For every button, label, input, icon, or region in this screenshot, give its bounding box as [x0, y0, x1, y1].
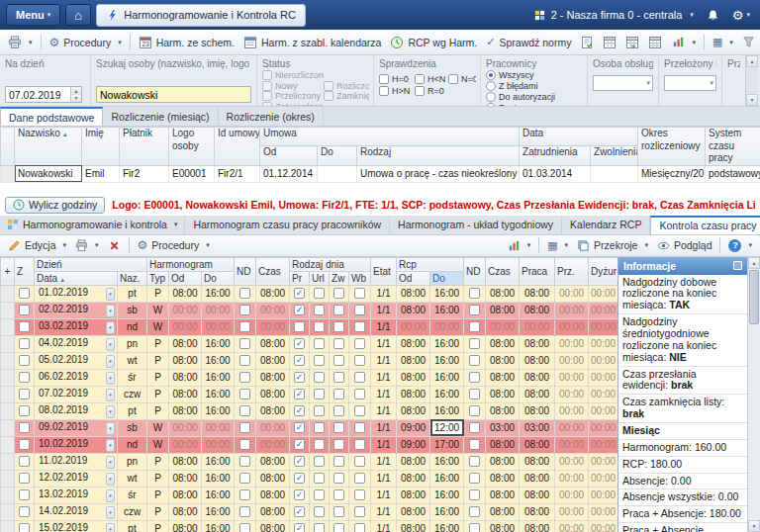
- checkbox[interactable]: [314, 305, 325, 315]
- checkbox[interactable]: [239, 355, 250, 366]
- view-selector-dropdown[interactable]: Harmonogramowanie i kontrola ▾: [0, 216, 185, 234]
- schedule-from-cell[interactable]: 08:00: [169, 503, 202, 520]
- checkbox[interactable]: [19, 506, 30, 517]
- daytype-wb-cell[interactable]: [349, 503, 371, 520]
- col-group-rodzaj-dnia[interactable]: Rodzaj dnia: [290, 257, 371, 271]
- checkbox[interactable]: [333, 288, 344, 299]
- checkbox[interactable]: [19, 422, 30, 433]
- daytype-url-cell[interactable]: [310, 436, 330, 453]
- procedury-button[interactable]: ⚙Procedury▾: [134, 235, 214, 255]
- row-select-cell[interactable]: [15, 470, 35, 487]
- checkbox[interactable]: [314, 321, 325, 332]
- rcp-time-cell[interactable]: 08:00: [486, 520, 520, 532]
- col-header-nazwisko[interactable]: Nazwisko▲: [15, 128, 82, 166]
- checkbox[interactable]: [333, 405, 344, 416]
- rcp-to-cell[interactable]: 16:00: [430, 402, 464, 419]
- checkbox[interactable]: ✓: [294, 473, 305, 484]
- schedule-time-cell[interactable]: 00:00: [256, 318, 290, 335]
- row-expander[interactable]: [1, 402, 15, 419]
- checkbox[interactable]: [314, 506, 325, 517]
- checkbox[interactable]: [333, 372, 344, 383]
- main-tab[interactable]: Rozliczenie (miesiąc): [103, 107, 218, 126]
- grid-tool-button[interactable]: [621, 33, 643, 52]
- main-tab[interactable]: Dane podstawowe: [0, 107, 103, 126]
- schedule-to-cell[interactable]: 16:00: [202, 503, 235, 520]
- daytype-zw-cell[interactable]: [330, 318, 349, 335]
- date-spinner-icon[interactable]: ▾: [106, 372, 115, 385]
- rcp-row[interactable]: ▾12.02.2019wtP08:0016:0008:00✓1/108:0016…: [1, 470, 618, 487]
- rcp-night-cell[interactable]: [464, 302, 486, 318]
- checkbox[interactable]: [354, 288, 365, 299]
- rcp-from-cell[interactable]: 09:00: [397, 436, 430, 453]
- checkbox[interactable]: [314, 372, 325, 383]
- schedule-type-cell[interactable]: W: [147, 302, 169, 318]
- chart-button[interactable]: ▾: [504, 235, 535, 255]
- daytype-zw-cell[interactable]: [330, 487, 349, 503]
- procedury-button[interactable]: ⚙Procedury▾: [46, 33, 126, 52]
- checkbox[interactable]: [354, 355, 365, 366]
- daytype-url-cell[interactable]: [310, 302, 330, 318]
- rcp-from-cell[interactable]: 08:00: [397, 453, 430, 470]
- date-spinner-icon[interactable]: ▾: [106, 523, 115, 532]
- col-header-prz[interactable]: Prz.: [555, 257, 589, 285]
- home-button[interactable]: ⌂: [65, 4, 91, 26]
- rcp-night-cell[interactable]: [464, 520, 486, 532]
- daytype-pr-cell[interactable]: ✓: [290, 436, 310, 453]
- row-expander[interactable]: [1, 470, 15, 487]
- rodzaj-cell[interactable]: Umowa o pracę - czas nieokreślony: [357, 165, 520, 182]
- rcp-night-cell[interactable]: [464, 335, 486, 352]
- date-spinner-icon[interactable]: ▾: [106, 321, 115, 334]
- status-zatwierdzony-checkbox[interactable]: Zatwierdzony: [262, 102, 324, 107]
- date-cell[interactable]: ▾10.02.2019: [35, 436, 118, 453]
- checkbox[interactable]: [354, 372, 365, 383]
- schedule-to-cell[interactable]: 16:00: [202, 470, 235, 487]
- rcp-to-cell[interactable]: 16:00: [430, 520, 464, 532]
- checkbox[interactable]: [19, 405, 30, 416]
- grid-tool-button[interactable]: [576, 33, 598, 52]
- checkbox[interactable]: [239, 321, 250, 332]
- checkbox[interactable]: [314, 456, 325, 467]
- schedule-from-cell[interactable]: 00:00: [169, 318, 202, 335]
- settings-button[interactable]: ⚙▾: [728, 8, 754, 23]
- company-selector[interactable]: 2 - Nasza firma 0 - centrala ▾: [529, 9, 698, 22]
- daytype-pr-cell[interactable]: ✓: [290, 520, 310, 532]
- schedule-to-cell[interactable]: 16:00: [202, 285, 235, 302]
- checkbox[interactable]: [469, 422, 480, 433]
- rcp-time-cell[interactable]: 08:00: [486, 436, 520, 453]
- row-select-cell[interactable]: [15, 318, 35, 335]
- daytype-url-cell[interactable]: [310, 419, 330, 436]
- layout-button[interactable]: ▦▾: [709, 33, 737, 52]
- schedule-type-cell[interactable]: P: [147, 386, 169, 402]
- checkbox[interactable]: [239, 456, 250, 467]
- checkbox[interactable]: [314, 473, 325, 484]
- row-select-cell[interactable]: [15, 335, 35, 352]
- date-cell[interactable]: ▾09.02.2019: [35, 419, 118, 436]
- daytype-wb-cell[interactable]: [349, 386, 371, 402]
- checkbox[interactable]: ✓: [294, 456, 305, 467]
- row-expander[interactable]: [1, 335, 15, 352]
- info-scrollbar[interactable]: ▲ ▼: [747, 257, 760, 532]
- rcp-row[interactable]: ▾15.02.2019ptP08:0016:0008:00✓1/108:0016…: [1, 520, 618, 532]
- pracownicy-zautoryzowani-radio[interactable]: Zautoryzowan: [486, 103, 582, 106]
- col-header-data[interactable]: Data▲: [35, 271, 118, 285]
- daytype-zw-cell[interactable]: [330, 419, 349, 436]
- checkbox[interactable]: [314, 489, 325, 500]
- sprawdzenia-r0-checkbox[interactable]: R=0: [415, 85, 448, 97]
- schedule-night-cell[interactable]: [235, 386, 256, 402]
- date-spinner-icon[interactable]: ▾: [106, 338, 115, 351]
- scroll-down-icon[interactable]: ▼: [746, 94, 758, 106]
- schedule-from-cell[interactable]: 00:00: [169, 302, 202, 318]
- checkbox[interactable]: [469, 338, 480, 349]
- daytype-wb-cell[interactable]: [349, 369, 371, 386]
- row-expander[interactable]: [1, 285, 15, 302]
- date-spinner-icon[interactable]: ▾: [106, 473, 115, 486]
- checkbox[interactable]: [19, 305, 30, 315]
- checkbox[interactable]: ✓: [294, 405, 305, 416]
- rcp-from-cell[interactable]: 08:00: [397, 302, 430, 318]
- checkbox[interactable]: [333, 489, 344, 500]
- col-group-dzien[interactable]: Dzień: [35, 257, 147, 271]
- daytype-url-cell[interactable]: [310, 503, 330, 520]
- status-nierozliczony-checkbox[interactable]: Nierozliczony: [262, 70, 324, 81]
- schedule-time-cell[interactable]: 08:00: [256, 487, 290, 503]
- col-header-rodzaj[interactable]: Rodzaj: [357, 146, 520, 165]
